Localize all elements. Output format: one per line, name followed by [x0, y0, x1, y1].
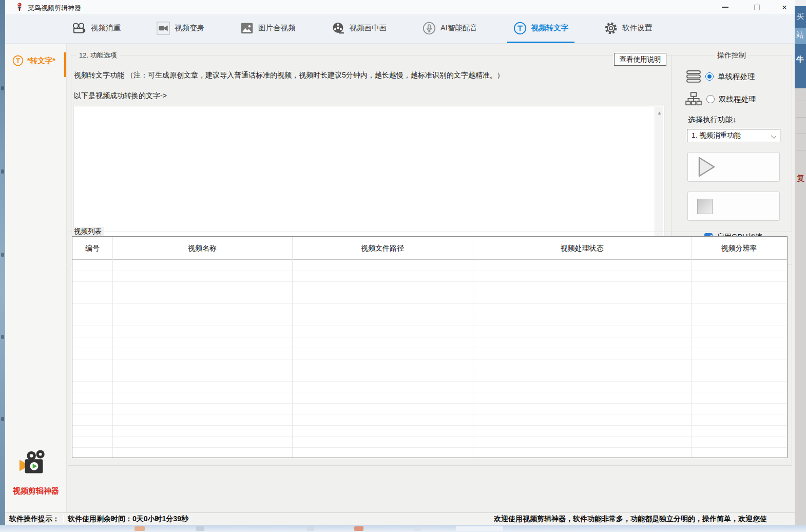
- video-list-title: 视频列表: [72, 227, 104, 236]
- tab-AI智能配音[interactable]: AI智能配音: [416, 14, 484, 43]
- function-select[interactable]: 1. 视频消重功能: [687, 129, 780, 142]
- video-camera-icon: [157, 22, 170, 35]
- column-separator: [473, 237, 473, 458]
- table-row: [72, 337, 787, 349]
- tab-label: 视频画中画: [350, 23, 387, 33]
- table-row: [72, 260, 787, 271]
- result-label: 以下是视频成功转换的文字->: [74, 91, 167, 101]
- column-header[interactable]: 编号: [72, 237, 112, 260]
- screen: 买 站 牛 复 菜鸟视频剪辑神器: [0, 0, 806, 532]
- clipped-text: 站: [796, 31, 804, 39]
- letter-t-icon: [513, 22, 527, 35]
- single-thread-label: 单线程处理: [718, 72, 755, 82]
- status-divider: [63, 515, 64, 523]
- edge-line: [796, 134, 806, 134]
- letter-t-icon: [12, 55, 24, 66]
- start-button[interactable]: [687, 152, 780, 182]
- table-row: [72, 271, 787, 282]
- tab-视频变身[interactable]: 视频变身: [150, 14, 210, 43]
- minimize-icon: [722, 7, 728, 8]
- window-title: 菜鸟视频剪辑神器: [28, 4, 81, 13]
- desktop-icon-fragment: [1, 253, 4, 257]
- close-button[interactable]: ×: [773, 0, 796, 14]
- single-thread-radio[interactable]: [705, 72, 714, 81]
- taskbar-blob: [196, 526, 204, 531]
- column-header[interactable]: 视频名称: [112, 237, 292, 260]
- feature-description: 视频转文字功能 （注：可生成原创文章，建议导入普通话标准的视频，视频时长建议5分…: [74, 71, 504, 80]
- table-row: [72, 282, 787, 293]
- desktop-icon-fragment: [1, 86, 4, 90]
- double-thread-label: 双线程处理: [719, 94, 756, 104]
- stop-button[interactable]: [687, 192, 780, 221]
- column-header[interactable]: 视频文件路径: [292, 237, 473, 260]
- video-table: 编号视频名称视频文件路径视频处理状态视频分辨率: [72, 236, 788, 458]
- tab-图片合视频[interactable]: 图片合视频: [234, 14, 302, 43]
- movie-camera-icon: [72, 22, 86, 34]
- tab-视频转文字[interactable]: 视频转文字: [507, 14, 575, 43]
- groupbox-title: 12. 功能选项: [76, 51, 120, 60]
- table-row: [72, 304, 787, 315]
- background-window-blue-band: 买 站 牛: [795, 6, 806, 88]
- edge-line: [796, 150, 806, 150]
- function-select-value: 1. 视频消重功能: [692, 131, 741, 140]
- transcript-textarea[interactable]: ▲ ▼: [73, 106, 664, 252]
- app-logo-icon: [15, 3, 24, 11]
- desktop-icon-fragment: [1, 417, 4, 421]
- table-row: [72, 370, 787, 382]
- gear-icon: [604, 22, 618, 35]
- tab-软件设置[interactable]: 软件设置: [598, 14, 658, 43]
- status-left-label: 软件操作提示：: [9, 515, 60, 524]
- table-header-row: 编号视频名称视频文件路径视频处理状态视频分辨率: [72, 237, 787, 260]
- stop-icon: [697, 199, 713, 214]
- single-thread-option[interactable]: 单线程处理: [686, 69, 755, 84]
- tab-label: 视频变身: [175, 23, 204, 33]
- sidebar: *转文字* 视频剪辑神器: [5, 44, 67, 512]
- view-instructions-button[interactable]: 查看使用说明: [614, 53, 666, 66]
- column-separator: [292, 237, 293, 458]
- scrollbar[interactable]: ▲ ▼: [655, 107, 663, 252]
- double-thread-icon: [685, 91, 702, 107]
- image-icon: [240, 22, 254, 34]
- table-row: [72, 359, 787, 371]
- double-thread-radio[interactable]: [706, 95, 715, 103]
- scroll-up-icon[interactable]: ▲: [655, 109, 664, 117]
- active-indicator-bar: [64, 52, 66, 77]
- clipped-text: 复: [797, 174, 804, 183]
- single-thread-icon: [686, 69, 701, 84]
- taskbar-blob: [135, 526, 145, 531]
- tab-label: AI智能配音: [440, 23, 477, 33]
- taskbar-blob: [307, 526, 314, 531]
- minimize-button[interactable]: [714, 0, 736, 14]
- tab-bar: 视频消重视频变身图片合视频视频画中画AI智能配音视频转文字软件设置: [5, 14, 795, 44]
- taskbar-blob: [414, 526, 421, 531]
- chevron-down-icon: [771, 134, 776, 139]
- tab-视频画中画[interactable]: 视频画中画: [325, 14, 393, 43]
- table-row: [72, 392, 787, 404]
- maximize-button[interactable]: [745, 0, 768, 14]
- table-body: [72, 260, 787, 458]
- table-row: [72, 315, 787, 327]
- double-thread-option[interactable]: 双线程处理: [685, 91, 756, 107]
- sidebar-item-label: *转文字*: [27, 56, 55, 66]
- status-remaining-time: 软件使用剩余时间：0天0小时1分39秒: [68, 515, 188, 524]
- column-header[interactable]: 视频处理状态: [473, 237, 691, 260]
- table-row: [72, 326, 787, 337]
- film-reel-icon: [332, 22, 345, 35]
- table-row: [72, 382, 787, 393]
- table-row: [72, 404, 787, 415]
- taskbar-blob: [456, 526, 503, 531]
- tab-label: 视频转文字: [531, 23, 569, 33]
- tab-label: 软件设置: [622, 23, 652, 33]
- maximize-icon: [754, 5, 760, 10]
- column-header[interactable]: 视频分辨率: [691, 237, 787, 260]
- background-window-top: [795, 0, 806, 6]
- tab-视频消重[interactable]: 视频消重: [66, 14, 127, 43]
- edge-line: [796, 101, 806, 101]
- table-row: [72, 426, 787, 437]
- column-separator: [691, 237, 692, 458]
- taskbar-blob: [354, 526, 363, 531]
- sidebar-item-transcribe[interactable]: *转文字*: [12, 55, 55, 66]
- movie-camera-logo-icon: [18, 449, 50, 478]
- table-row: [72, 348, 787, 359]
- desktop-icon-fragment: [1, 335, 4, 339]
